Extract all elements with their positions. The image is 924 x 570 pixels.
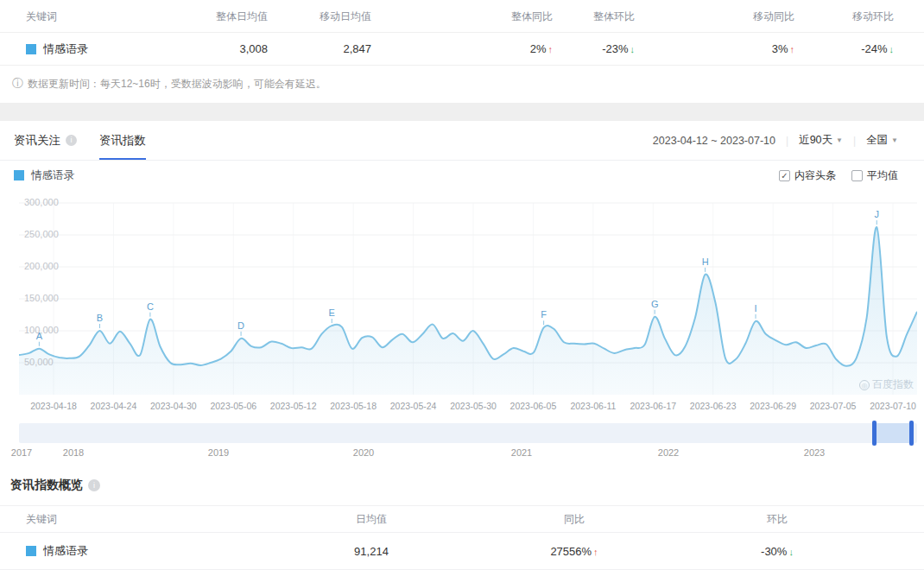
col-header-mobile-daily-avg: 移动日均值 <box>272 10 376 24</box>
keyword-stats-section: 关键词 整体日均值 移动日均值 整体同比 整体环比 移动同比 移动环比 情感语录… <box>0 0 924 92</box>
y-axis-tick: 300,000 <box>24 197 59 207</box>
ov-col-yoy: 同比 <box>518 512 630 527</box>
keyword-table-header: 关键词 整体日均值 移动日均值 整体同比 整体环比 移动同比 移动环比 <box>0 2 924 33</box>
timeline-year-labels: 2017201820192020202120222023 <box>19 443 917 462</box>
peak-marker-H[interactable]: H <box>702 256 709 267</box>
legend-keyword-label: 情感语录 <box>31 168 74 183</box>
peak-marker-D[interactable]: D <box>237 320 244 331</box>
x-axis-tick: 2023-06-05 <box>510 401 557 411</box>
overview-table-header: 关键词 日均值 同比 环比 <box>0 505 924 533</box>
date-range-display[interactable]: 2023-04-12 ~ 2023-07-10 <box>653 135 775 147</box>
keyword-label: 情感语录 <box>43 41 88 57</box>
trend-arrow-icon: ↓ <box>889 44 895 54</box>
x-axis-tick: 2023-06-17 <box>630 401 676 411</box>
keyword-cell: 情感语录 <box>0 41 199 57</box>
col-header-overall-daily-avg: 整体日均值 <box>199 10 272 24</box>
y-axis-tick: 100,000 <box>24 325 59 335</box>
timeline-year-2022: 2022 <box>658 447 679 458</box>
keyword-color-swatch <box>26 44 36 54</box>
data-update-note: ⓘ 数据更新时间：每天12~16时，受数据波动影响，可能会有延迟。 <box>0 66 924 92</box>
trend-chart-canvas[interactable]: ABCDEFGHIJ 50,000100,000150,000200,00025… <box>0 200 924 397</box>
x-axis-tick: 2023-04-18 <box>30 401 77 411</box>
series-legend[interactable]: 情感语录 <box>14 168 74 183</box>
divider: | <box>853 135 856 147</box>
ov-col-keyword: 关键词 <box>0 512 225 527</box>
timeline-slider-track[interactable] <box>19 423 917 443</box>
mobile-daily-avg-value: 2,847 <box>272 42 376 55</box>
yoy-value: 27556%↑ <box>518 545 630 558</box>
overall-mom-value: -23%↓ <box>557 42 639 55</box>
watermark-logo-icon: ◎ <box>859 380 870 390</box>
timeline-selected-range[interactable] <box>874 423 911 443</box>
peak-marker-C[interactable]: C <box>147 301 154 312</box>
y-axis-tick: 150,000 <box>24 293 59 303</box>
legend-row: 情感语录 ✓ 内容头条 平均值 <box>0 161 924 190</box>
peak-marker-G[interactable]: G <box>651 299 659 309</box>
keyword-cell: 情感语录 <box>0 543 225 559</box>
x-axis-labels: 2023-04-182023-04-242023-04-302023-05-06… <box>0 397 924 416</box>
x-axis-tick: 2023-05-30 <box>450 401 497 411</box>
trend-chart-section: 资讯关注 i 资讯指数 2023-04-12 ~ 2023-07-10 | 近9… <box>0 121 924 462</box>
x-axis-tick: 2023-05-24 <box>390 401 437 411</box>
range-controls: 2023-04-12 ~ 2023-07-10 | 近90天 ▼ | 全国 ▼ <box>653 133 898 148</box>
timeline-handle-left[interactable] <box>872 421 877 446</box>
baidu-index-page: 关键词 整体日均值 移动日均值 整体同比 整体环比 移动同比 移动环比 情感语录… <box>0 0 924 570</box>
tab-zixun-guanzhu[interactable]: 资讯关注 i <box>14 121 77 160</box>
overview-title: 资讯指数概览 i <box>0 474 924 497</box>
x-axis-tick: 2023-04-30 <box>150 401 197 411</box>
overall-yoy-value: 2%↑ <box>376 42 557 55</box>
keyword-table-row: 情感语录 3,008 2,847 2%↑ -23%↓ 3%↑ -24%↓ <box>0 33 924 66</box>
y-axis-tick: 50,000 <box>24 357 54 367</box>
timeline-handle-right[interactable] <box>909 421 914 446</box>
chart-header: 资讯关注 i 资讯指数 2023-04-12 ~ 2023-07-10 | 近9… <box>0 121 924 161</box>
divider: | <box>786 135 788 147</box>
x-axis-tick: 2023-07-05 <box>810 401 857 411</box>
peak-marker-I[interactable]: I <box>755 303 757 314</box>
trend-arrow-icon: ↓ <box>630 44 636 54</box>
timeline-year-2021: 2021 <box>511 447 532 458</box>
checkbox-average[interactable]: 平均值 <box>851 168 898 183</box>
timeline-year-2023: 2023 <box>804 447 825 458</box>
x-axis-tick: 2023-05-12 <box>270 401 317 411</box>
checkbox-unchecked-icon <box>851 170 863 181</box>
overview-table-row: 情感语录 91,214 27556%↑ -30%↓ <box>0 533 924 570</box>
checkbox-content-toutiao[interactable]: ✓ 内容头条 <box>779 168 836 183</box>
ov-col-daily-avg: 日均值 <box>225 512 518 527</box>
trend-arrow-icon: ↓ <box>788 547 794 557</box>
period-selector[interactable]: 近90天 ▼ <box>799 133 843 148</box>
timeline-year-2020: 2020 <box>353 447 374 458</box>
timeline-year-2019: 2019 <box>208 447 229 458</box>
mobile-yoy-value: 3%↑ <box>639 42 799 55</box>
chart-plot-area[interactable]: ABCDEFGHIJ <box>19 200 917 397</box>
timeline-slider-zone: 2017201820192020202120222023 <box>19 423 917 462</box>
x-axis-tick: 2023-05-18 <box>330 401 377 411</box>
mobile-mom-value: -24%↓ <box>799 42 898 55</box>
info-icon: ⓘ <box>12 76 23 92</box>
chevron-down-icon: ▼ <box>891 136 898 144</box>
keyword-label: 情感语录 <box>43 543 88 559</box>
tab-zixun-zhishu[interactable]: 资讯指数 <box>99 121 146 160</box>
trend-arrow-icon: ↑ <box>790 44 795 54</box>
mom-value: -30%↓ <box>630 545 924 558</box>
info-icon[interactable]: i <box>88 479 100 491</box>
col-header-keyword: 关键词 <box>0 10 199 24</box>
peak-marker-J[interactable]: J <box>875 209 880 219</box>
y-axis-tick: 250,000 <box>24 229 59 239</box>
y-axis-tick: 200,000 <box>24 261 59 271</box>
section-divider-band <box>0 103 924 121</box>
peak-marker-F[interactable]: F <box>541 309 547 320</box>
peak-marker-E[interactable]: E <box>329 307 335 318</box>
x-axis-tick: 2023-04-24 <box>91 401 137 411</box>
overall-daily-avg-value: 3,008 <box>199 42 272 55</box>
peak-marker-B[interactable]: B <box>97 313 103 323</box>
chart-tabs: 资讯关注 i 资讯指数 <box>14 121 146 160</box>
col-header-overall-yoy: 整体同比 <box>376 10 557 24</box>
chevron-down-icon: ▼ <box>836 136 843 144</box>
region-selector[interactable]: 全国 ▼ <box>866 133 898 148</box>
info-icon[interactable]: i <box>66 135 77 146</box>
trend-arrow-icon: ↑ <box>548 44 554 54</box>
timeline-year-2018: 2018 <box>63 447 84 458</box>
timeline-year-2017: 2017 <box>11 447 32 458</box>
ov-col-mom: 环比 <box>630 512 924 527</box>
legend-color-swatch <box>14 170 24 180</box>
